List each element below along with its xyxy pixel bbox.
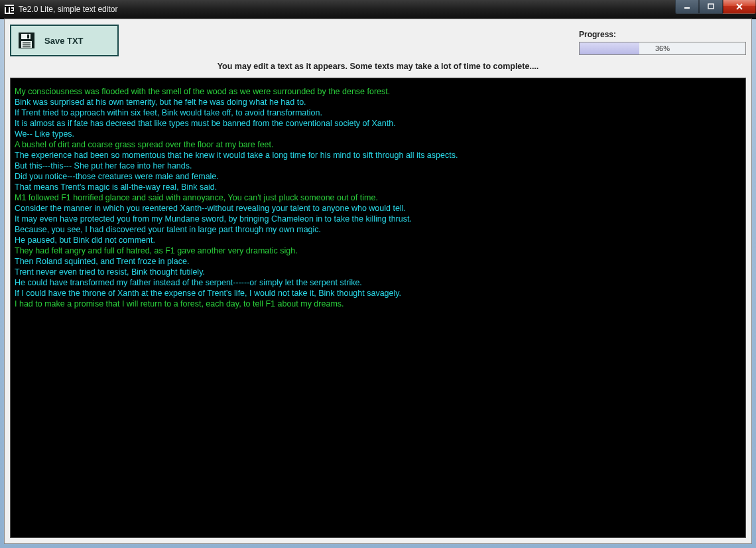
editor-line[interactable]: He paused, but Bink did not comment. [15, 235, 741, 245]
editor-line[interactable]: If I could have the throne of Xanth at t… [15, 288, 741, 299]
title-bar: Te2.0 Lite, simple text editor [0, 0, 756, 19]
text-editor[interactable]: My consciousness was flooded with the sm… [10, 78, 746, 538]
editor-line[interactable]: If Trent tried to approach within six fe… [15, 107, 741, 118]
editor-line[interactable]: M1 followed F1 horrified glance and said… [15, 192, 741, 203]
svg-rect-7 [684, 7, 690, 9]
svg-rect-6 [10, 6, 11, 13]
window-frame: Save TXT Progress: 36% You may edit a te… [4, 19, 752, 544]
editor-line[interactable]: A bushel of dirt and coarse grass spread… [15, 139, 741, 150]
app-icon [4, 4, 15, 15]
editor-line[interactable]: Consider the manner in which you reenter… [15, 203, 741, 214]
save-button-label: Save TXT [44, 36, 84, 46]
minimize-icon [684, 3, 690, 10]
editor-line[interactable]: It may even have protected you from my M… [15, 214, 741, 224]
svg-rect-16 [23, 44, 31, 45]
editor-line[interactable]: But this---this--- She put her face into… [15, 161, 741, 171]
editor-line[interactable]: We-- Like types. [15, 129, 741, 139]
save-txt-button[interactable]: Save TXT [10, 25, 119, 56]
editor-line[interactable]: Because, you see, I had discovered your … [15, 224, 741, 235]
instruction-text: You may edit a text as it appears. Some … [10, 62, 746, 71]
maximize-icon [708, 3, 714, 10]
window-controls [675, 0, 756, 13]
editor-line[interactable]: That means Trent's magic is all-the-way … [15, 182, 741, 192]
editor-line[interactable]: He could have transformed my father inst… [15, 277, 741, 288]
floppy-icon [18, 32, 35, 49]
progress-text: 36% [580, 42, 745, 54]
editor-line[interactable]: My consciousness was flooded with the sm… [15, 86, 741, 97]
svg-rect-14 [27, 34, 29, 38]
minimize-button[interactable] [675, 0, 699, 14]
svg-rect-8 [708, 4, 714, 9]
close-icon [735, 3, 743, 10]
svg-rect-2 [5, 6, 10, 7]
editor-line[interactable]: I had to make a promise that I will retu… [15, 299, 741, 309]
editor-line[interactable]: They had felt angry and full of hatred, … [15, 245, 741, 256]
svg-rect-17 [23, 46, 31, 47]
editor-line[interactable]: It is almost as if fate has decreed that… [15, 118, 741, 129]
editor-line[interactable]: Did you notice---those creatures were ma… [15, 171, 741, 182]
svg-rect-15 [23, 42, 31, 43]
window-title: Te2.0 Lite, simple text editor [19, 5, 117, 14]
editor-line[interactable]: The experience had been so momentous tha… [15, 150, 741, 161]
progress-label: Progress: [579, 30, 746, 39]
maximize-button[interactable] [699, 0, 723, 14]
progress-section: Progress: 36% [579, 30, 746, 55]
editor-line[interactable]: Trent never even tried to resist, Bink t… [15, 267, 741, 277]
content-area: Save TXT Progress: 36% You may edit a te… [10, 25, 746, 538]
editor-line[interactable]: Bink was surprised at his own temerity, … [15, 97, 741, 107]
progress-bar: 36% [579, 42, 746, 55]
close-button[interactable] [723, 0, 756, 14]
editor-line[interactable]: Then Roland squinted, and Trent froze in… [15, 256, 741, 267]
